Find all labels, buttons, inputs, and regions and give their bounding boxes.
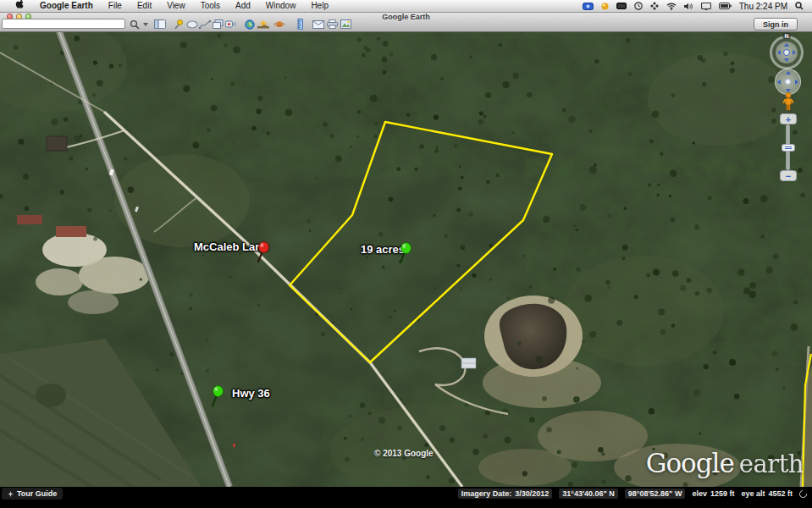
elevation-readout: elev 1259 ft	[692, 489, 734, 498]
displays-icon[interactable]	[701, 3, 711, 10]
zoom-slider-handle[interactable]	[782, 144, 795, 152]
email-icon	[312, 20, 324, 29]
street-view-pegman[interactable]	[782, 92, 795, 111]
eye-icon	[783, 49, 790, 56]
look-left-arrow-icon[interactable]	[777, 50, 781, 55]
wifi-icon[interactable]	[666, 3, 677, 10]
google-earth-watermark: Google earth	[646, 448, 804, 478]
save-image-button[interactable]	[339, 19, 352, 30]
menu-clock[interactable]: Thu 2:24 PM	[739, 2, 787, 11]
search-options-arrow[interactable]	[142, 19, 149, 30]
latitude-readout: 31°43'40.06" N	[559, 489, 618, 499]
display-icon[interactable]	[616, 3, 627, 10]
look-joystick-inner[interactable]	[776, 41, 798, 64]
menu-edit[interactable]: Edit	[130, 0, 159, 12]
add-path-icon	[199, 20, 211, 29]
move-left-arrow-icon[interactable]	[777, 80, 781, 85]
placemark-pin-mccaleb-lane[interactable]	[255, 241, 270, 263]
status-bar: Tour Guide Imagery Date: 3/30/2012 31°43…	[0, 487, 812, 508]
menu-help[interactable]: Help	[303, 0, 336, 12]
menu-bar: Google Earth File Edit View Tools Add Wi…	[0, 0, 812, 13]
record-tour-button[interactable]	[224, 19, 237, 30]
battery-icon[interactable]	[719, 3, 732, 9]
screen: Google Earth File Edit View Tools Add Wi…	[0, 0, 812, 508]
historical-imagery-button[interactable]	[243, 19, 257, 30]
tour-guide-label: Tour Guide	[17, 489, 57, 498]
watermark-google: Google	[646, 448, 734, 478]
spotlight-search-icon[interactable]	[795, 2, 804, 10]
placemark-pin-hwy-36[interactable]	[209, 385, 224, 407]
email-button[interactable]	[312, 19, 325, 30]
add-placemark-button[interactable]	[172, 19, 185, 30]
zoom-in-button[interactable]: +	[780, 113, 797, 124]
add-image-overlay-button[interactable]	[211, 19, 224, 30]
sign-in-button[interactable]: Sign in	[754, 18, 798, 30]
record-tour-icon	[225, 19, 236, 29]
toolbar-search-button[interactable]	[128, 19, 141, 30]
menu-add[interactable]: Add	[228, 0, 258, 12]
look-up-arrow-icon[interactable]	[784, 43, 789, 47]
tour-guide-button[interactable]: Tour Guide	[2, 488, 63, 500]
menu-google-earth[interactable]: Google Earth	[32, 0, 101, 12]
image-overlay-icon	[213, 19, 224, 29]
tour-guide-star-icon	[8, 491, 14, 497]
historical-imagery-icon	[245, 19, 255, 30]
search-icon	[130, 19, 141, 30]
menu-file[interactable]: File	[101, 0, 130, 12]
planets-button[interactable]	[273, 19, 286, 30]
move-right-arrow-icon[interactable]	[795, 80, 798, 85]
menu-window[interactable]: Window	[258, 0, 304, 12]
add-path-button[interactable]	[198, 19, 212, 30]
move-up-arrow-icon[interactable]	[786, 71, 791, 75]
planets-icon	[273, 19, 285, 29]
sidebar-toggle-button[interactable]	[153, 19, 167, 30]
sidebar-toggle-icon	[154, 19, 166, 29]
print-button[interactable]	[325, 19, 339, 30]
dropdown-arrow-icon	[143, 23, 148, 26]
move-center-dot[interactable]	[785, 79, 791, 85]
menu-tools[interactable]: Tools	[193, 0, 228, 12]
look-joystick[interactable]: N	[770, 36, 804, 69]
look-down-arrow-icon[interactable]	[784, 58, 789, 62]
clock-icon[interactable]	[634, 2, 643, 10]
accessibility-icon[interactable]	[650, 2, 659, 10]
longitude-readout: 98°08'52.86" W	[625, 489, 686, 499]
menu-view[interactable]: View	[159, 0, 193, 12]
compass-north-label[interactable]: N	[782, 33, 790, 39]
volume-icon[interactable]	[684, 3, 693, 10]
zoom-out-button[interactable]: −	[780, 170, 797, 181]
yellow-orb-icon[interactable]	[601, 3, 609, 10]
eye-altitude-readout: eye alt 4552 ft	[741, 489, 793, 498]
sunlight-button[interactable]	[257, 19, 270, 30]
add-polygon-icon	[186, 20, 198, 29]
apple-menu[interactable]	[8, 0, 32, 13]
ruler-button[interactable]	[294, 19, 307, 30]
print-icon	[327, 19, 338, 29]
map-copyright: © 2013 Google	[374, 449, 434, 458]
look-right-arrow-icon[interactable]	[793, 50, 796, 55]
watermark-earth: earth	[739, 450, 804, 478]
move-joystick[interactable]	[775, 69, 801, 95]
ruler-icon	[297, 19, 304, 30]
save-image-icon	[340, 19, 351, 29]
app-badge-icon[interactable]	[583, 3, 594, 10]
streaming-progress-icon	[798, 489, 809, 500]
search-input[interactable]	[2, 19, 125, 29]
add-polygon-button[interactable]	[185, 19, 199, 30]
placemark-label-hwy-36: Hwy 36	[232, 387, 270, 400]
imagery-date: Imagery Date: 3/30/2012	[458, 489, 553, 499]
sunlight-icon	[257, 19, 269, 29]
placemark-pin-19-acres[interactable]	[397, 242, 412, 264]
window-chrome: Google Earth	[0, 12, 812, 32]
apple-logo-icon	[15, 0, 25, 9]
add-placemark-icon	[174, 19, 184, 30]
